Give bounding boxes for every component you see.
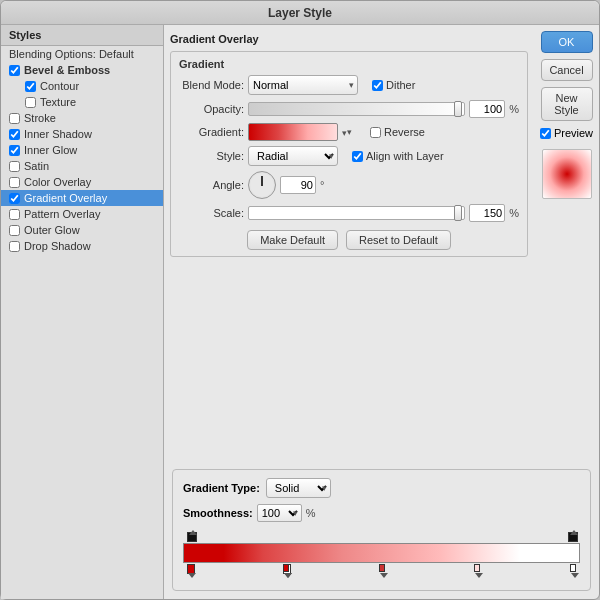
outer-glow-checkbox[interactable] — [9, 225, 20, 236]
reverse-text: Reverse — [384, 126, 425, 138]
top-stop-right[interactable] — [567, 530, 577, 542]
title-bar: Layer Style — [1, 1, 599, 25]
color-stop-mid2[interactable] — [377, 564, 387, 578]
color-overlay-checkbox[interactable] — [9, 177, 20, 188]
color-overlay-label: Color Overlay — [24, 176, 91, 188]
blend-mode-select[interactable]: Normal Dissolve Multiply Screen — [248, 75, 358, 95]
mid-stop-arrow — [284, 573, 292, 578]
satin-label: Satin — [24, 160, 49, 172]
color-stop-white-right[interactable] — [568, 564, 578, 578]
style-select-wrapper[interactable]: Radial Linear Angle Reflected Diamond — [248, 146, 338, 166]
light-stop-color — [474, 564, 480, 572]
opacity-thumb[interactable] — [454, 101, 462, 117]
reset-default-btn[interactable]: Reset to Default — [346, 230, 451, 250]
scale-slider[interactable] — [248, 206, 465, 220]
dialog-body: Styles Blending Options: Default Bevel &… — [1, 25, 599, 599]
gradient-bar[interactable] — [183, 543, 580, 563]
buttons-row: Make Default Reset to Default — [179, 230, 519, 250]
gradient-section: Gradient Blend Mode: Normal Dissolve Mul… — [170, 51, 528, 257]
opacity-unit: % — [509, 103, 519, 115]
inner-glow-checkbox[interactable] — [9, 145, 20, 156]
make-default-btn[interactable]: Make Default — [247, 230, 338, 250]
preview-text: Preview — [554, 127, 593, 139]
inner-shadow-checkbox[interactable] — [9, 129, 20, 140]
contour-label: Contour — [40, 80, 79, 92]
texture-checkbox[interactable] — [25, 97, 36, 108]
sidebar-item-drop-shadow[interactable]: Drop Shadow — [1, 238, 163, 254]
sidebar-item-stroke[interactable]: Stroke — [1, 110, 163, 126]
contour-checkbox[interactable] — [25, 81, 36, 92]
mid2-stop-arrow — [380, 573, 388, 578]
color-stop-light[interactable] — [472, 564, 482, 578]
gradient-type-row: Gradient Type: Solid Noise — [183, 478, 580, 498]
style-select[interactable]: Radial Linear Angle Reflected Diamond — [248, 146, 338, 166]
stroke-checkbox[interactable] — [9, 113, 20, 124]
right-buttons: OK Cancel New Style Preview — [534, 25, 599, 469]
align-layer-label[interactable]: Align with Layer — [352, 150, 444, 162]
top-stop-left[interactable] — [186, 530, 196, 542]
sidebar-item-inner-glow[interactable]: Inner Glow — [1, 142, 163, 158]
gradient-type-select-wrapper[interactable]: Solid Noise — [266, 478, 331, 498]
scale-input[interactable] — [469, 204, 505, 222]
preview-label[interactable]: Preview — [540, 127, 593, 139]
new-style-button[interactable]: New Style — [541, 87, 593, 121]
light-stop-arrow — [475, 573, 483, 578]
reverse-checkbox[interactable] — [370, 127, 381, 138]
blend-mode-label: Blend Mode: — [179, 79, 244, 91]
pattern-overlay-checkbox[interactable] — [9, 209, 20, 220]
dither-checkbox[interactable] — [372, 80, 383, 91]
sidebar-item-gradient-overlay[interactable]: Gradient Overlay — [1, 190, 163, 206]
sidebar-item-texture[interactable]: Texture — [1, 94, 163, 110]
gradient-type-label: Gradient Type: — [183, 482, 260, 494]
satin-checkbox[interactable] — [9, 161, 20, 172]
ok-button[interactable]: OK — [541, 31, 593, 53]
pattern-overlay-label: Pattern Overlay — [24, 208, 100, 220]
smoothness-select-wrapper[interactable]: 100 75 50 — [257, 504, 302, 522]
gradient-section-label: Gradient — [179, 58, 519, 70]
white-stop-color — [570, 564, 576, 572]
gradient-dropdown-arrow[interactable]: ▾ — [342, 128, 347, 138]
main-content: Gradient Overlay Gradient Blend Mode: No… — [164, 25, 599, 599]
color-stop-mid1[interactable] — [281, 564, 291, 578]
gradient-overlay-checkbox[interactable] — [9, 193, 20, 204]
sidebar-item-satin[interactable]: Satin — [1, 158, 163, 174]
smoothness-select[interactable]: 100 75 50 — [257, 504, 302, 522]
angle-input[interactable] — [280, 176, 316, 194]
cancel-button[interactable]: Cancel — [541, 59, 593, 81]
angle-dial[interactable] — [248, 171, 276, 199]
dither-label[interactable]: Dither — [372, 79, 415, 91]
align-layer-checkbox[interactable] — [352, 151, 363, 162]
preview-checkbox[interactable] — [540, 128, 551, 139]
gradient-bar-container — [183, 530, 580, 578]
opacity-slider[interactable] — [248, 102, 465, 116]
color-stop-dark-left[interactable] — [185, 564, 195, 578]
bevel-emboss-checkbox[interactable] — [9, 65, 20, 76]
bevel-emboss-label: Bevel & Emboss — [24, 64, 110, 76]
gradient-dropdown-wrapper[interactable]: ▾ — [342, 126, 356, 138]
gradient-preview-row: ▾ — [248, 123, 356, 141]
sidebar-item-outer-glow[interactable]: Outer Glow — [1, 222, 163, 238]
gradient-label: Gradient: — [179, 126, 244, 138]
sidebar-item-color-overlay[interactable]: Color Overlay — [1, 174, 163, 190]
gradient-type-select[interactable]: Solid Noise — [266, 478, 331, 498]
sidebar-item-contour[interactable]: Contour — [1, 78, 163, 94]
smoothness-label: Smoothness: — [183, 507, 253, 519]
top-stops-row — [183, 530, 580, 542]
opacity-input[interactable] — [469, 100, 505, 118]
blend-mode-select-wrapper[interactable]: Normal Dissolve Multiply Screen — [248, 75, 358, 95]
reverse-label[interactable]: Reverse — [370, 126, 425, 138]
sidebar-item-blending[interactable]: Blending Options: Default — [1, 46, 163, 62]
sidebar-item-bevel-emboss[interactable]: Bevel & Emboss — [1, 62, 163, 78]
inner-shadow-label: Inner Shadow — [24, 128, 92, 140]
sidebar-item-pattern-overlay[interactable]: Pattern Overlay — [1, 206, 163, 222]
outer-glow-label: Outer Glow — [24, 224, 80, 236]
gradient-swatch[interactable] — [248, 123, 338, 141]
drop-shadow-checkbox[interactable] — [9, 241, 20, 252]
sidebar-item-inner-shadow[interactable]: Inner Shadow — [1, 126, 163, 142]
sidebar-header: Styles — [1, 25, 163, 46]
panel-title: Gradient Overlay — [170, 33, 528, 45]
angle-needle — [261, 176, 263, 186]
scale-thumb[interactable] — [454, 205, 462, 221]
style-row: Style: Radial Linear Angle Reflected Dia… — [179, 146, 519, 166]
dialog-title: Layer Style — [268, 6, 332, 20]
